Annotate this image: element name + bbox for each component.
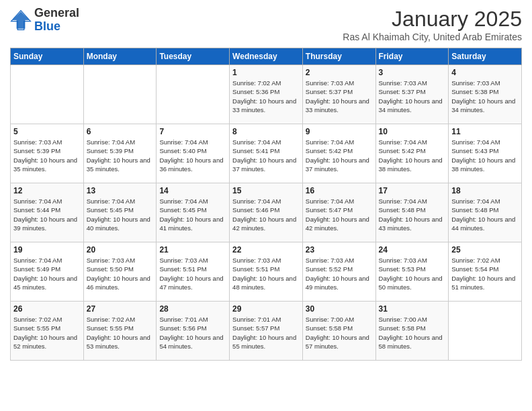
- cell-info: Sunrise: 7:04 AMSunset: 5:42 PMDaylight:…: [379, 138, 446, 173]
- cell-info: Sunrise: 7:02 AMSunset: 5:55 PMDaylight:…: [13, 315, 81, 351]
- day-header-saturday: Saturday: [449, 48, 522, 65]
- day-header-wednesday: Wednesday: [230, 48, 303, 65]
- day-number: 13: [87, 186, 154, 195]
- cell-info: Sunrise: 7:03 AMSunset: 5:52 PMDaylight:…: [306, 256, 373, 291]
- calendar-header-row: SundayMondayTuesdayWednesdayThursdayFrid…: [11, 48, 522, 65]
- calendar-cell: 26Sunrise: 7:02 AMSunset: 5:55 PMDayligh…: [11, 302, 84, 361]
- calendar-cell: 13Sunrise: 7:04 AMSunset: 5:45 PMDayligh…: [83, 183, 157, 242]
- cell-info: Sunrise: 7:03 AMSunset: 5:37 PMDaylight:…: [379, 79, 446, 114]
- calendar-cell: 5Sunrise: 7:03 AMSunset: 5:39 PMDaylight…: [11, 124, 84, 183]
- day-number: 31: [379, 304, 446, 314]
- calendar-cell: 27Sunrise: 7:02 AMSunset: 5:55 PMDayligh…: [83, 302, 157, 361]
- calendar-cell: 12Sunrise: 7:04 AMSunset: 5:44 PMDayligh…: [11, 183, 84, 242]
- calendar-cell: 30Sunrise: 7:00 AMSunset: 5:58 PMDayligh…: [302, 302, 375, 361]
- svg-marker-0: [12, 11, 30, 29]
- day-number: 26: [13, 304, 81, 314]
- day-header-thursday: Thursday: [302, 48, 375, 65]
- calendar-cell: 23Sunrise: 7:03 AMSunset: 5:52 PMDayligh…: [302, 242, 375, 302]
- calendar-cell: 11Sunrise: 7:04 AMSunset: 5:43 PMDayligh…: [449, 124, 522, 183]
- day-number: 17: [379, 186, 446, 195]
- calendar-cell: 4Sunrise: 7:03 AMSunset: 5:38 PMDaylight…: [449, 65, 522, 124]
- day-number: 7: [159, 127, 226, 136]
- day-number: 11: [451, 127, 519, 136]
- calendar-cell: [449, 302, 522, 361]
- calendar-cell: 21Sunrise: 7:03 AMSunset: 5:51 PMDayligh…: [157, 242, 230, 302]
- calendar-cell: 8Sunrise: 7:04 AMSunset: 5:41 PMDaylight…: [230, 124, 303, 183]
- day-number: 18: [451, 186, 519, 195]
- day-number: 24: [379, 245, 446, 255]
- calendar-cell: 3Sunrise: 7:03 AMSunset: 5:37 PMDaylight…: [375, 65, 449, 124]
- calendar-week-row: 19Sunrise: 7:04 AMSunset: 5:49 PMDayligh…: [11, 242, 522, 302]
- calendar-cell: 14Sunrise: 7:04 AMSunset: 5:45 PMDayligh…: [157, 183, 230, 242]
- day-number: 23: [306, 245, 373, 255]
- day-number: 27: [87, 304, 154, 314]
- cell-info: Sunrise: 7:04 AMSunset: 5:47 PMDaylight:…: [306, 197, 373, 232]
- cell-info: Sunrise: 7:03 AMSunset: 5:39 PMDaylight:…: [13, 138, 81, 173]
- calendar-week-row: 1Sunrise: 7:02 AMSunset: 5:36 PMDaylight…: [11, 65, 522, 124]
- cell-info: Sunrise: 7:03 AMSunset: 5:50 PMDaylight:…: [87, 256, 154, 291]
- calendar-cell: 19Sunrise: 7:04 AMSunset: 5:49 PMDayligh…: [11, 242, 84, 302]
- day-number: 28: [159, 304, 226, 314]
- calendar-table: SundayMondayTuesdayWednesdayThursdayFrid…: [10, 48, 522, 361]
- cell-info: Sunrise: 7:03 AMSunset: 5:38 PMDaylight:…: [451, 79, 519, 114]
- cell-info: Sunrise: 7:04 AMSunset: 5:44 PMDaylight:…: [13, 197, 81, 232]
- calendar-week-row: 5Sunrise: 7:03 AMSunset: 5:39 PMDaylight…: [11, 124, 522, 183]
- cell-info: Sunrise: 7:04 AMSunset: 5:45 PMDaylight:…: [87, 197, 154, 232]
- cell-info: Sunrise: 7:01 AMSunset: 5:57 PMDaylight:…: [232, 315, 300, 351]
- calendar-cell: 10Sunrise: 7:04 AMSunset: 5:42 PMDayligh…: [375, 124, 449, 183]
- calendar-cell: [11, 65, 84, 124]
- month-title: January 2025: [343, 7, 522, 32]
- cell-info: Sunrise: 7:04 AMSunset: 5:39 PMDaylight:…: [87, 138, 154, 173]
- day-number: 4: [451, 68, 519, 77]
- day-number: 20: [87, 245, 154, 255]
- page-header: General Blue January 2025 Ras Al Khaimah…: [10, 7, 522, 42]
- day-number: 10: [379, 127, 446, 136]
- logo: General Blue: [10, 7, 79, 34]
- calendar-cell: 16Sunrise: 7:04 AMSunset: 5:47 PMDayligh…: [302, 183, 375, 242]
- day-number: 16: [306, 186, 373, 195]
- day-number: 29: [232, 304, 300, 314]
- day-number: 25: [451, 245, 519, 255]
- cell-info: Sunrise: 7:02 AMSunset: 5:36 PMDaylight:…: [232, 79, 300, 114]
- calendar-cell: 20Sunrise: 7:03 AMSunset: 5:50 PMDayligh…: [83, 242, 157, 302]
- cell-info: Sunrise: 7:00 AMSunset: 5:58 PMDaylight:…: [379, 315, 446, 351]
- cell-info: Sunrise: 7:04 AMSunset: 5:46 PMDaylight:…: [232, 197, 300, 232]
- calendar-cell: 18Sunrise: 7:04 AMSunset: 5:48 PMDayligh…: [449, 183, 522, 242]
- cell-info: Sunrise: 7:04 AMSunset: 5:45 PMDaylight:…: [159, 197, 226, 232]
- day-number: 15: [232, 186, 300, 195]
- cell-info: Sunrise: 7:00 AMSunset: 5:58 PMDaylight:…: [306, 315, 373, 351]
- cell-info: Sunrise: 7:04 AMSunset: 5:49 PMDaylight:…: [13, 256, 81, 291]
- day-number: 6: [87, 127, 154, 136]
- location-subtitle: Ras Al Khaimah City, United Arab Emirate…: [343, 32, 522, 42]
- cell-info: Sunrise: 7:02 AMSunset: 5:54 PMDaylight:…: [451, 256, 519, 291]
- cell-info: Sunrise: 7:04 AMSunset: 5:48 PMDaylight:…: [451, 197, 519, 232]
- calendar-cell: 1Sunrise: 7:02 AMSunset: 5:36 PMDaylight…: [230, 65, 303, 124]
- calendar-cell: 17Sunrise: 7:04 AMSunset: 5:48 PMDayligh…: [375, 183, 449, 242]
- calendar-cell: 9Sunrise: 7:04 AMSunset: 5:42 PMDaylight…: [302, 124, 375, 183]
- cell-info: Sunrise: 7:03 AMSunset: 5:37 PMDaylight:…: [306, 79, 373, 114]
- day-number: 22: [232, 245, 300, 255]
- cell-info: Sunrise: 7:03 AMSunset: 5:51 PMDaylight:…: [159, 256, 226, 291]
- day-number: 14: [159, 186, 226, 195]
- day-number: 5: [13, 127, 81, 136]
- logo-blue-text: Blue: [34, 19, 60, 33]
- day-number: 8: [232, 127, 300, 136]
- cell-info: Sunrise: 7:01 AMSunset: 5:56 PMDaylight:…: [159, 315, 226, 351]
- cell-info: Sunrise: 7:04 AMSunset: 5:40 PMDaylight:…: [159, 138, 226, 173]
- day-header-tuesday: Tuesday: [157, 48, 230, 65]
- calendar-week-row: 26Sunrise: 7:02 AMSunset: 5:55 PMDayligh…: [11, 302, 522, 361]
- calendar-cell: 25Sunrise: 7:02 AMSunset: 5:54 PMDayligh…: [449, 242, 522, 302]
- day-header-sunday: Sunday: [11, 48, 84, 65]
- cell-info: Sunrise: 7:03 AMSunset: 5:53 PMDaylight:…: [379, 256, 446, 291]
- day-number: 3: [379, 68, 446, 77]
- calendar-cell: 7Sunrise: 7:04 AMSunset: 5:40 PMDaylight…: [157, 124, 230, 183]
- calendar-cell: 24Sunrise: 7:03 AMSunset: 5:53 PMDayligh…: [375, 242, 449, 302]
- logo-icon: [10, 9, 32, 31]
- day-number: 2: [306, 68, 373, 77]
- calendar-cell: 31Sunrise: 7:00 AMSunset: 5:58 PMDayligh…: [375, 302, 449, 361]
- day-number: 19: [13, 245, 81, 255]
- calendar-cell: [83, 65, 157, 124]
- cell-info: Sunrise: 7:04 AMSunset: 5:43 PMDaylight:…: [451, 138, 519, 173]
- day-number: 30: [306, 304, 373, 314]
- day-number: 21: [159, 245, 226, 255]
